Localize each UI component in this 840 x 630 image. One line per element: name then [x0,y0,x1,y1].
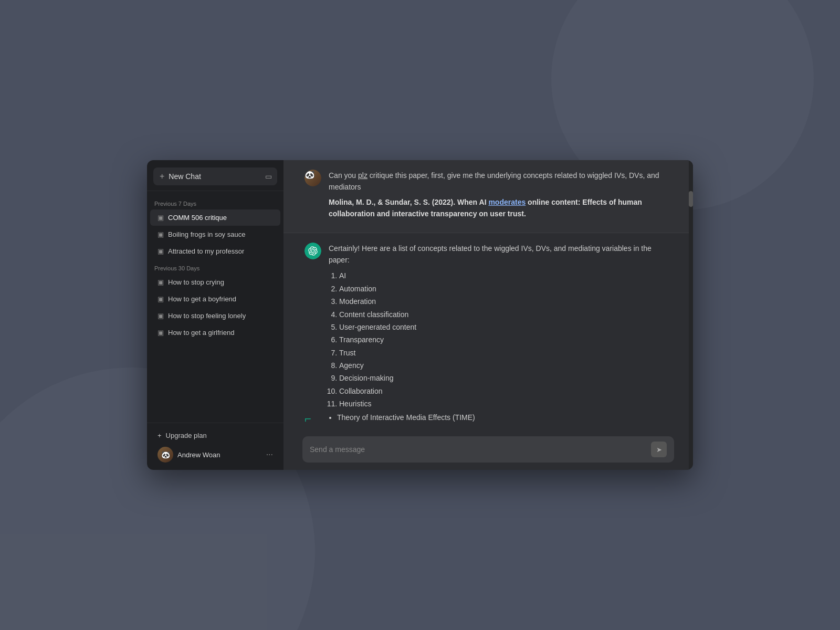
stream-content: Theory of Interactive Media Effects (TIM… [329,413,475,423]
ai-message-content-1: Certainly! Here are a list of concepts r… [329,243,672,409]
send-icon: ➤ [656,446,662,454]
sidebar-item-label: COMM 506 critique [168,214,227,222]
concept-11: Heuristics [339,398,672,409]
user-message-1: 🐼 Can you plz critique this paper, first… [284,160,693,233]
concept-4: Content classification [339,309,672,320]
concept-10: Collaboration [339,385,672,397]
ai-intro-text: Certainly! Here are a list of concepts r… [329,243,672,266]
send-button[interactable]: ➤ [651,442,667,457]
avatar-image: 🐼 [158,447,173,463]
upgrade-plan-button[interactable]: + Upgrade plan [153,428,277,443]
sidebar-item-girlfriend[interactable]: ▣ How to get a girlfriend [150,324,280,341]
concept-7: Trust [339,347,672,359]
chat-bubble-icon: ▣ [158,312,164,320]
user-row[interactable]: 🐼 Andrew Woan ··· [153,443,277,465]
sidebar-footer: + Upgrade plan 🐼 Andrew Woan ··· [147,423,284,470]
chat-bubble-icon: ▣ [158,230,164,238]
concept-8: Agency [339,360,672,371]
concept-3: Moderation [339,296,672,307]
ai-avatar-image [304,243,321,259]
chat-bubble-icon: ▣ [158,214,164,222]
upgrade-plan-label: Upgrade plan [166,432,207,439]
edit-icon: ▭ [265,172,272,181]
scrollbar-track[interactable] [689,160,693,470]
app-window: + New Chat ▭ Previous 7 Days ▣ COMM 506 … [147,160,693,470]
sidebar: + New Chat ▭ Previous 7 Days ▣ COMM 506 … [147,160,284,470]
citation-link[interactable]: moderates [488,198,526,206]
section-recent-label: Previous 7 Days [147,195,284,209]
chat-bubble-icon: ▣ [158,295,164,303]
sidebar-top: + New Chat ▭ [147,160,284,191]
concept-9: Decision-making [339,372,672,384]
sidebar-item-lonely[interactable]: ▣ How to stop feeling lonely [150,308,280,324]
avatar: 🐼 [158,447,173,463]
new-chat-button[interactable]: + New Chat ▭ [153,167,277,185]
ai-avatar [304,243,321,259]
main-chat: 🐼 Can you plz critique this paper, first… [284,160,693,470]
concept-6: Transparency [339,334,672,345]
sidebar-item-label: How to stop crying [168,278,224,286]
chat-bubble-icon: ▣ [158,329,164,337]
chat-input-area: ➤ [284,431,693,470]
scrollbar-thumb[interactable] [689,191,693,207]
input-container: ➤ [302,436,674,463]
sidebar-item-label: Attracted to my professor [168,247,244,255]
concept-2: Automation [339,283,672,295]
message-input[interactable] [310,445,646,454]
sidebar-item-frogs[interactable]: ▣ Boiling frogs in soy sauce [150,226,280,243]
user-citation: Molina, M. D., & Sundar, S. S. (2022). W… [329,196,672,220]
sidebar-item-label: How to stop feeling lonely [168,312,246,320]
sidebar-item-label: How to get a girlfriend [168,329,234,337]
sidebar-content: Previous 7 Days ▣ COMM 506 critique ▣ Bo… [147,191,284,423]
stream-cursor-icon: ⌐ [304,412,311,425]
user-menu-dots[interactable]: ··· [266,450,273,459]
new-chat-label: New Chat [169,172,201,181]
section-older-label: Previous 30 Days [147,260,284,274]
user-name: Andrew Woan [177,451,262,459]
stream-spacer: ⌐ [304,413,321,425]
sidebar-item-comm506[interactable]: ▣ COMM 506 critique [150,209,280,226]
concepts-list: AI Automation Moderation Content classif… [329,270,672,409]
streaming-response: ⌐ Theory of Interactive Media Effects (T… [284,409,693,431]
user-message-text-1: Can you plz critique this paper, first, … [329,170,672,193]
sidebar-item-label: Boiling frogs in soy sauce [168,230,245,238]
upgrade-plus-icon: + [158,432,162,439]
plus-icon: + [160,172,164,181]
chat-bubble-icon: ▣ [158,247,164,255]
concept-5: User-generated content [339,321,672,333]
stream-list: Theory of Interactive Media Effects (TIM… [329,413,475,422]
concept-1: AI [339,270,672,281]
sidebar-item-professor[interactable]: ▣ Attracted to my professor [150,243,280,259]
ai-message-1: Certainly! Here are a list of concepts r… [284,233,693,409]
chat-messages: 🐼 Can you plz critique this paper, first… [284,160,693,409]
user-avatar-image: 🐼 [304,170,321,186]
sidebar-item-crying[interactable]: ▣ How to stop crying [150,274,280,290]
chat-bubble-icon: ▣ [158,278,164,286]
stream-list-item-1: Theory of Interactive Media Effects (TIM… [337,413,475,422]
user-message-content-1: Can you plz critique this paper, first, … [329,170,672,223]
sidebar-item-boyfriend[interactable]: ▣ How to get a boyfriend [150,291,280,307]
citation-text: Molina, M. D., & Sundar, S. S. (2022). W… [329,198,642,218]
sidebar-item-label: How to get a boyfriend [168,295,236,303]
underline-plz-1: plz [358,171,368,180]
user-avatar: 🐼 [304,170,321,186]
